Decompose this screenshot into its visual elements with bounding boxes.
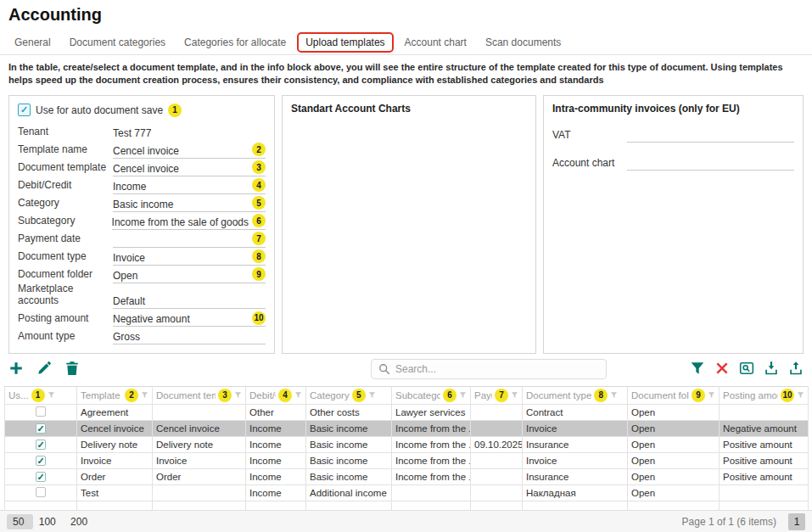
- field-input[interactable]: Negative amount 10: [113, 311, 266, 327]
- column-header[interactable]: Subcategory 6: [392, 386, 471, 404]
- tab[interactable]: Upload templates: [297, 32, 393, 53]
- column-filter-icon[interactable]: [797, 391, 804, 399]
- field-input[interactable]: Test 777: [113, 125, 266, 141]
- row-checkbox[interactable]: [36, 406, 46, 417]
- table-row[interactable]: TestIncomeAdditional incomeНакладнаяOpen: [5, 484, 809, 501]
- import-icon[interactable]: [764, 361, 779, 376]
- tab[interactable]: Categories for allocate: [176, 33, 294, 52]
- row-checkbox[interactable]: ✓: [36, 440, 46, 450]
- clear-filter-icon[interactable]: [714, 361, 730, 376]
- field-input[interactable]: Gross: [113, 328, 266, 344]
- row-checkbox-cell[interactable]: [5, 484, 77, 501]
- field-input[interactable]: Default: [113, 293, 266, 309]
- table-cell: Positive amount: [720, 452, 809, 468]
- column-filter-icon[interactable]: [368, 391, 376, 399]
- table-row[interactable]: ✓Cencel invoiceCencel invoiceIncomeBasic…: [5, 420, 809, 436]
- search-input[interactable]: [395, 363, 599, 375]
- row-checkbox[interactable]: [36, 487, 46, 497]
- column-header[interactable]: Document templa... 3: [153, 386, 246, 404]
- column-filter-icon[interactable]: [234, 391, 242, 399]
- column-filter-icon[interactable]: [708, 391, 715, 399]
- row-checkbox-cell[interactable]: ✓: [5, 452, 77, 468]
- page-size-button[interactable]: 100: [33, 514, 64, 529]
- column-filter-icon[interactable]: [141, 391, 148, 399]
- column-filter-icon[interactable]: [511, 391, 518, 399]
- tab-label: Categories for allocate: [184, 36, 286, 48]
- column-header-label: Posting amount: [723, 390, 778, 400]
- column-header[interactable]: Debit/Credit 4: [246, 386, 306, 404]
- field-label: Document folder: [18, 269, 113, 283]
- field-input[interactable]: Basic income 5: [113, 196, 266, 212]
- table-cell: Open: [628, 468, 720, 484]
- row-checkbox[interactable]: ✓: [36, 423, 46, 434]
- filter-builder-icon[interactable]: [739, 361, 754, 376]
- column-header-label: Document folder: [631, 390, 689, 400]
- page-number-button[interactable]: 1: [788, 513, 805, 530]
- column-header[interactable]: Document type 8: [523, 386, 628, 404]
- table-cell: [471, 468, 523, 484]
- form-field: Category Basic income 5: [18, 194, 266, 212]
- tab[interactable]: Account chart: [397, 33, 474, 52]
- tab[interactable]: Scan documents: [478, 33, 568, 52]
- column-header[interactable]: Us... 1: [5, 386, 77, 404]
- row-checkbox[interactable]: ✓: [36, 472, 46, 482]
- form-field: Template name Cencel invoice 2: [18, 141, 266, 159]
- column-header[interactable]: Category 5: [306, 386, 392, 404]
- grid-toolbar: [8, 359, 804, 383]
- table-cell: Income: [246, 452, 306, 468]
- account-charts-panel: Standart Account Charts: [282, 95, 536, 354]
- row-checkbox-cell[interactable]: ✓: [5, 436, 77, 452]
- column-filter-icon[interactable]: [294, 391, 302, 399]
- table-cell: Income from the ...: [392, 420, 471, 436]
- column-filter-icon[interactable]: [48, 391, 55, 399]
- search-box[interactable]: [371, 359, 607, 379]
- tab-label: Scan documents: [485, 36, 561, 48]
- page-size-button[interactable]: 50: [7, 514, 33, 529]
- table-cell: 09.10.2025: [471, 436, 523, 452]
- field-input[interactable]: Income 4: [113, 178, 266, 194]
- field-input[interactable]: Open 9: [113, 267, 266, 283]
- column-header[interactable]: Payment ... 7: [471, 386, 523, 404]
- row-checkbox-cell[interactable]: ✓: [5, 468, 77, 484]
- tab[interactable]: Document categories: [62, 33, 173, 52]
- page-title: Accounting: [8, 5, 812, 25]
- table-row[interactable]: ✓InvoiceInvoiceIncomeBasic incomeIncome …: [5, 452, 809, 468]
- edit-button[interactable]: [36, 361, 52, 376]
- field-input[interactable]: 7: [113, 232, 266, 248]
- field-input[interactable]: Invoice 8: [113, 249, 266, 266]
- description-text: In the table, create/select a document t…: [8, 61, 804, 87]
- export-icon[interactable]: [788, 361, 804, 376]
- eu-field-input[interactable]: [627, 128, 794, 143]
- row-checkbox-cell[interactable]: [5, 404, 77, 420]
- tab[interactable]: General: [7, 33, 59, 52]
- table-cell: Order: [77, 468, 153, 484]
- table-cell: Income: [246, 436, 306, 452]
- filter-icon[interactable]: [690, 361, 705, 376]
- row-checkbox[interactable]: ✓: [36, 456, 46, 466]
- field-input[interactable]: Cencel invoice 2: [113, 143, 266, 159]
- column-filter-icon[interactable]: [459, 391, 467, 399]
- field-input[interactable]: Income from the sale of goods 6: [112, 214, 266, 230]
- page-size-button[interactable]: 200: [64, 514, 93, 529]
- table-cell: [471, 404, 523, 420]
- field-badge: 2: [252, 143, 266, 156]
- table-row[interactable]: AgreementOtherOther costsLawyer services…: [5, 404, 809, 420]
- column-filter-icon[interactable]: [610, 391, 618, 399]
- table-row[interactable]: ✓Delivery noteDelivery noteIncomeBasic i…: [5, 436, 809, 452]
- column-header[interactable]: Template name 2: [77, 386, 153, 404]
- auto-save-checkbox[interactable]: ✓: [18, 104, 31, 116]
- eu-field-input[interactable]: [627, 156, 794, 171]
- add-button[interactable]: [8, 361, 24, 376]
- column-header[interactable]: Document folder 9: [628, 386, 720, 404]
- tab-label: Account chart: [405, 36, 467, 48]
- form-field: Debit/Credit Income 4: [18, 176, 266, 194]
- row-checkbox-cell[interactable]: ✓: [5, 420, 77, 436]
- table-cell: Income: [246, 484, 306, 501]
- delete-button[interactable]: [64, 361, 80, 376]
- column-header[interactable]: Posting amount 10: [720, 386, 809, 404]
- field-input[interactable]: Cencel invoice 3: [113, 160, 266, 176]
- table-row[interactable]: ✓OrderOrderIncomeBasic incomeIncome from…: [5, 468, 809, 484]
- table-cell: Positive amount: [720, 468, 809, 484]
- field-label: Subcategory: [18, 216, 112, 230]
- table-cell: [471, 484, 523, 501]
